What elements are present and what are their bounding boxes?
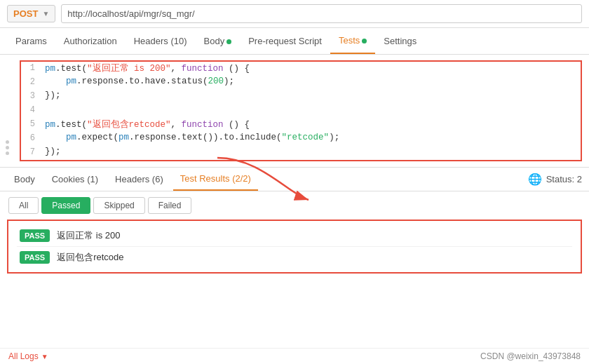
bottom-tab-headers[interactable]: Headers (6): [108, 168, 170, 190]
url-input[interactable]: [61, 4, 582, 23]
status-area: 🌐 Status: 2: [528, 173, 582, 186]
line-number-1: 1: [21, 62, 42, 73]
pass-badge-2: PASS: [20, 251, 50, 264]
sidebar-dot-1: [6, 140, 9, 144]
bottom-section: Body Cookies (1) Headers (6) Test Result…: [0, 167, 589, 274]
code-line-5: 5 pm.test("返回包含retcode", function () {: [21, 118, 581, 132]
footer-credit: CSDN @weixin_43973848: [480, 351, 581, 361]
line-number-6: 6: [21, 133, 42, 143]
line-number-4: 4: [21, 105, 42, 115]
test-name-1: 返回正常 is 200: [57, 229, 120, 242]
bottom-tab-bar: Body Cookies (1) Headers (6) Test Result…: [0, 168, 589, 191]
tab-body[interactable]: Body: [196, 29, 241, 53]
code-text-5: pm.test("返回包含retcode", function () {: [42, 119, 581, 130]
code-text-2: pm.response.to.have.status(200);: [42, 76, 581, 86]
tab-tests-label: Tests: [339, 35, 360, 46]
code-line-6: 6 pm.expect(pm.response.text()).to.inclu…: [21, 132, 581, 146]
code-line-7: 7 });: [21, 146, 581, 160]
code-text-1: pm.test("返回正常 is 200", function () {: [42, 62, 581, 74]
footer-left[interactable]: All Logs ▼: [8, 351, 48, 361]
filter-tabs: All Passed Skipped Failed: [0, 191, 589, 220]
method-dropdown[interactable]: POST ▼: [7, 5, 55, 22]
code-line-2: 2 pm.response.to.have.status(200);: [21, 76, 581, 90]
code-line-3: 3 });: [21, 90, 581, 104]
status-text: Status: 2: [546, 174, 582, 184]
tab-body-label: Body: [204, 36, 225, 46]
body-dot-icon: [226, 39, 231, 44]
test-results-container: PASS 返回正常 is 200 PASS 返回包含retcode: [7, 220, 582, 274]
tab-headers[interactable]: Headers (10): [126, 29, 196, 53]
globe-icon: 🌐: [528, 173, 542, 186]
sidebar-dots: [6, 140, 9, 155]
url-bar: POST ▼: [0, 0, 589, 28]
filter-skipped[interactable]: Skipped: [93, 197, 144, 214]
chevron-down-icon: ▼: [42, 10, 49, 18]
footer-right: CSDN @weixin_43973848: [480, 351, 581, 361]
test-result-row-1: PASS 返回正常 is 200: [17, 225, 572, 247]
tab-prerequest[interactable]: Pre-request Script: [240, 29, 330, 53]
all-logs-label: All Logs: [8, 351, 39, 361]
tab-params[interactable]: Params: [7, 29, 55, 53]
line-number-3: 3: [21, 90, 42, 101]
line-number-2: 2: [21, 76, 42, 87]
footer: All Logs ▼ CSDN @weixin_43973848: [0, 348, 589, 364]
chevron-down-footer-icon: ▼: [41, 353, 48, 360]
filter-all[interactable]: All: [8, 197, 39, 214]
top-tab-bar: Params Authorization Headers (10) Body P…: [0, 28, 589, 55]
sidebar-dot-3: [6, 151, 9, 155]
test-result-row-2: PASS 返回包含retcode: [17, 247, 572, 268]
tab-authorization[interactable]: Authorization: [55, 29, 126, 53]
method-label: POST: [13, 8, 38, 19]
tab-settings[interactable]: Settings: [375, 29, 425, 53]
code-line-4: 4: [21, 104, 581, 118]
bottom-tab-cookies[interactable]: Cookies (1): [45, 168, 105, 190]
tab-tests[interactable]: Tests: [330, 28, 375, 54]
code-text-7: });: [42, 147, 581, 156]
code-editor[interactable]: 1 pm.test("返回正常 is 200", function () { 2…: [20, 60, 582, 161]
line-number-5: 5: [21, 119, 42, 129]
code-text-6: pm.expect(pm.response.text()).to.include…: [42, 133, 581, 142]
tests-dot-icon: [362, 39, 367, 43]
code-text-3: });: [42, 90, 581, 100]
pass-badge-1: PASS: [20, 229, 50, 242]
filter-passed[interactable]: Passed: [41, 197, 90, 214]
bottom-tab-body[interactable]: Body: [7, 168, 42, 190]
line-number-7: 7: [21, 147, 42, 157]
filter-failed[interactable]: Failed: [148, 197, 192, 214]
code-line-1: 1 pm.test("返回正常 is 200", function () {: [21, 62, 581, 76]
bottom-tab-test-results[interactable]: Test Results (2/2): [173, 168, 258, 191]
sidebar-dot-2: [6, 146, 9, 149]
test-name-2: 返回包含retcode: [57, 251, 123, 264]
